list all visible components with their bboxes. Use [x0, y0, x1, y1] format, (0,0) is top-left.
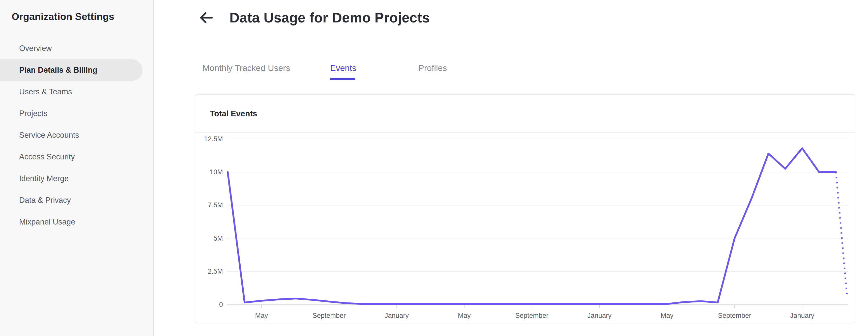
x-tick-label: January	[790, 312, 814, 319]
x-tick-label: May	[458, 312, 471, 319]
x-tick-label: January	[384, 312, 409, 319]
total-events-line	[228, 148, 836, 304]
x-tick-label: May	[660, 312, 674, 319]
x-tick-label: September	[515, 312, 549, 319]
x-tick-label: September	[718, 312, 751, 319]
y-tick-label: 7.5M	[208, 201, 223, 209]
y-tick-label: 2.5M	[208, 268, 223, 275]
y-tick-label: 0	[219, 301, 223, 308]
x-tick-label: September	[312, 312, 346, 319]
events-line-chart: 12.5M10M7.5M5M2.5M0MaySeptemberJanuaryMa…	[0, 0, 868, 336]
organization-settings-page: Organization Settings OverviewPlan Detai…	[0, 0, 868, 336]
x-tick-label: May	[255, 312, 268, 319]
y-tick-label: 5M	[213, 235, 223, 242]
total-events-line-projected	[836, 172, 847, 295]
y-tick-label: 12.5M	[204, 135, 223, 143]
x-tick-label: January	[587, 312, 612, 319]
y-tick-label: 10M	[210, 168, 223, 176]
